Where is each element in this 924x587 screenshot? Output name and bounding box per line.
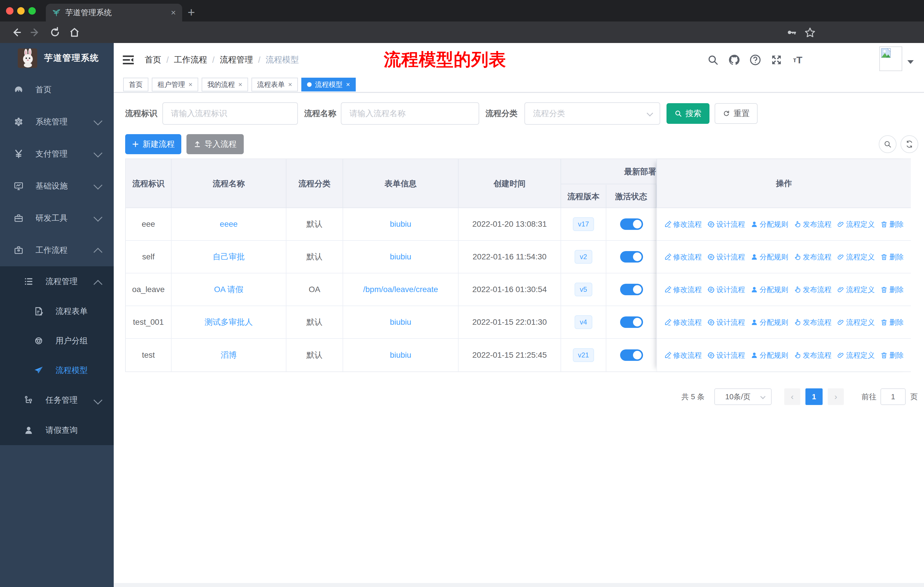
window-zoom-button[interactable] xyxy=(28,7,36,15)
active-toggle[interactable] xyxy=(620,284,643,295)
action-design-gear-link[interactable]: 设计流程 xyxy=(708,317,745,327)
action-publish-hand-link[interactable]: 发布流程 xyxy=(794,285,832,294)
tab-close-icon[interactable]: × xyxy=(171,8,176,18)
sidebar-item-6[interactable]: 流程管理 xyxy=(0,266,114,296)
version-badge[interactable]: v5 xyxy=(574,283,592,296)
tag-close-icon[interactable]: × xyxy=(238,81,242,89)
form-info-link[interactable]: biubiu xyxy=(390,317,411,327)
new-tab-button[interactable]: + xyxy=(188,5,195,20)
user-avatar[interactable] xyxy=(879,46,902,71)
active-toggle[interactable] xyxy=(620,316,643,328)
window-minimize-button[interactable] xyxy=(17,7,25,15)
action-trash-link[interactable]: 删除 xyxy=(881,317,904,327)
sidebar-item-4[interactable]: 研发工具 xyxy=(0,202,114,234)
tag-close-icon[interactable]: × xyxy=(288,81,292,89)
action-trash-link[interactable]: 删除 xyxy=(881,252,904,262)
action-publish-hand-link[interactable]: 发布流程 xyxy=(794,252,832,262)
tag-0[interactable]: 首页 xyxy=(123,78,148,91)
page-size-select[interactable]: 10条/页 xyxy=(714,389,772,405)
sidebar-item-11[interactable]: 请假查询 xyxy=(0,415,114,445)
action-definition-clip-link[interactable]: 流程定义 xyxy=(837,351,875,360)
action-publish-hand-link[interactable]: 发布流程 xyxy=(794,351,832,360)
action-trash-link[interactable]: 删除 xyxy=(881,285,904,294)
sidebar-item-1[interactable]: 系统管理 xyxy=(0,106,114,138)
action-design-gear-link[interactable]: 设计流程 xyxy=(708,220,745,229)
breadcrumb-process-mgmt[interactable]: 流程管理 xyxy=(220,54,253,66)
action-definition-clip-link[interactable]: 流程定义 xyxy=(837,252,875,262)
prev-page-button[interactable]: ‹ xyxy=(784,389,800,405)
action-edit-link[interactable]: 修改流程 xyxy=(664,220,702,229)
form-info-link[interactable]: biubiu xyxy=(390,351,411,360)
action-assign-user-link[interactable]: 分配规则 xyxy=(751,252,788,262)
window-close-button[interactable] xyxy=(6,7,13,15)
window-controls[interactable] xyxy=(6,7,36,15)
action-edit-link[interactable]: 修改流程 xyxy=(664,252,702,262)
sidebar-item-7[interactable]: 流程表单 xyxy=(0,296,114,326)
breadcrumb-home[interactable]: 首页 xyxy=(145,54,161,66)
sidebar-item-3[interactable]: 基础设施 xyxy=(0,170,114,202)
action-assign-user-link[interactable]: 分配规则 xyxy=(751,285,788,294)
active-toggle[interactable] xyxy=(620,251,643,263)
form-info-link[interactable]: biubiu xyxy=(390,252,411,261)
version-badge[interactable]: v2 xyxy=(574,250,592,264)
import-process-button[interactable]: 导入流程 xyxy=(186,134,244,154)
reload-icon[interactable] xyxy=(47,21,63,43)
breadcrumb-workflow[interactable]: 工作流程 xyxy=(174,54,207,66)
sidebar-item-10[interactable]: 任务管理 xyxy=(0,385,114,415)
process-name-link[interactable]: eeee xyxy=(220,220,238,229)
sidebar-item-9[interactable]: 流程模型 xyxy=(0,356,114,385)
tag-close-icon[interactable]: × xyxy=(346,81,350,89)
forward-icon[interactable] xyxy=(28,21,43,43)
tag-4[interactable]: 流程模型× xyxy=(301,78,356,91)
sidebar-item-8[interactable]: 用户分组 xyxy=(0,326,114,356)
browser-tab[interactable]: 芋道管理系统 × xyxy=(46,4,182,21)
reset-button[interactable]: 重置 xyxy=(714,103,757,124)
action-publish-hand-link[interactable]: 发布流程 xyxy=(794,317,832,327)
action-assign-user-link[interactable]: 分配规则 xyxy=(751,351,788,360)
search-button[interactable]: 搜索 xyxy=(667,103,710,124)
font-size-icon[interactable]: тT xyxy=(792,54,804,66)
version-badge[interactable]: v17 xyxy=(573,217,594,231)
sidebar-logo[interactable]: 芋道管理系统 xyxy=(0,43,114,73)
action-design-gear-link[interactable]: 设计流程 xyxy=(708,252,745,262)
filter-name-input[interactable] xyxy=(341,103,479,125)
version-badge[interactable]: v4 xyxy=(574,315,592,329)
home-icon[interactable] xyxy=(66,21,82,43)
action-assign-user-link[interactable]: 分配规则 xyxy=(751,220,788,229)
active-toggle[interactable] xyxy=(620,349,643,361)
fullscreen-icon[interactable] xyxy=(771,54,782,66)
create-process-button[interactable]: 新建流程 xyxy=(125,134,181,154)
action-edit-link[interactable]: 修改流程 xyxy=(664,317,702,327)
sidebar-item-0[interactable]: 首页 xyxy=(0,74,114,106)
next-page-button[interactable]: › xyxy=(828,389,844,405)
action-design-gear-link[interactable]: 设计流程 xyxy=(708,285,745,294)
table-search-toggle-button[interactable] xyxy=(879,135,896,153)
form-info-link[interactable]: biubiu xyxy=(390,220,411,229)
process-name-link[interactable]: 自己审批 xyxy=(213,251,245,262)
process-name-link[interactable]: 测试多审批人 xyxy=(205,317,253,327)
action-edit-link[interactable]: 修改流程 xyxy=(664,351,702,360)
tag-2[interactable]: 我的流程× xyxy=(201,78,248,91)
active-toggle[interactable] xyxy=(620,218,643,230)
table-refresh-button[interactable] xyxy=(901,135,918,153)
tag-close-icon[interactable]: × xyxy=(188,81,193,89)
action-definition-clip-link[interactable]: 流程定义 xyxy=(837,220,875,229)
action-publish-hand-link[interactable]: 发布流程 xyxy=(794,220,832,229)
avatar-caret-icon[interactable] xyxy=(908,60,914,64)
action-trash-link[interactable]: 删除 xyxy=(881,351,904,360)
help-icon[interactable] xyxy=(749,54,761,66)
form-info-link[interactable]: /bpm/oa/leave/create xyxy=(363,285,438,294)
tag-3[interactable]: 流程表单× xyxy=(251,78,298,91)
search-icon[interactable] xyxy=(707,54,719,66)
sidebar-item-5[interactable]: 工作流程 xyxy=(0,234,114,266)
action-assign-user-link[interactable]: 分配规则 xyxy=(751,317,788,327)
github-icon[interactable] xyxy=(728,54,740,66)
bookmark-star-icon[interactable] xyxy=(802,21,818,43)
action-definition-clip-link[interactable]: 流程定义 xyxy=(837,317,875,327)
action-edit-link[interactable]: 修改流程 xyxy=(664,285,702,294)
filter-category-select[interactable]: 流程分类 xyxy=(525,103,660,125)
collapse-sidebar-icon[interactable] xyxy=(122,53,135,66)
version-badge[interactable]: v21 xyxy=(573,348,594,362)
action-trash-link[interactable]: 删除 xyxy=(881,220,904,229)
sidebar-item-2[interactable]: 支付管理 xyxy=(0,138,114,170)
